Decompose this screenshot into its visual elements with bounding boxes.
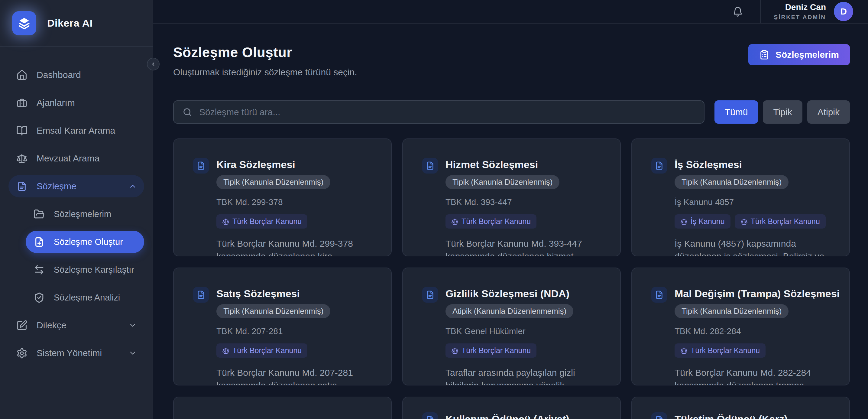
filter-button-tipik[interactable]: Tipik (763, 100, 802, 124)
sidebar-subitem-s-zle-me-olu-tur[interactable]: Sözleşme Oluştur (26, 231, 144, 253)
nav-label: Sözleşmelerim (54, 209, 137, 219)
sidebar-subitem-s-zle-melerim[interactable]: Sözleşmelerim (26, 203, 144, 225)
law-reference: İş Kanunu 4857 (675, 198, 834, 207)
contract-card-hizmet-s-zle-mesi[interactable]: Hizmet SözleşmesiTipik (Kanunla Düzenlen… (402, 139, 621, 257)
clipboard-icon (759, 50, 770, 60)
my-contracts-button[interactable]: Sözleşmelerim (748, 44, 850, 65)
nav-label: Ajanlarım (37, 98, 137, 108)
contract-card-kira-s-zle-mesi[interactable]: Kira SözleşmesiTipik (Kanunla Düzenlenmi… (173, 139, 392, 257)
user-role: ŞİRKET ADMİN (774, 14, 826, 21)
scales-icon (740, 218, 748, 225)
law-tags: İş KanunuTürk Borçlar Kanunu (675, 214, 834, 229)
law-tags: Türk Borçlar Kanunu (216, 343, 375, 358)
book-open-icon (16, 125, 28, 136)
sidebar-subitem-s-zle-me-analizi[interactable]: Sözleşme Analizi (26, 286, 144, 309)
page-title: Sözleşme Oluştur (173, 44, 357, 60)
sidebar-item-sistem-y-netimi[interactable]: Sistem Yönetimi (8, 342, 144, 364)
user-name: Deniz Can (774, 2, 826, 12)
sidebar-collapse-button[interactable] (147, 58, 160, 70)
document-icon (193, 287, 209, 303)
search-filter-row: TümüTipikAtipik (173, 100, 850, 124)
topbar: Deniz Can ŞİRKET ADMİN D (153, 0, 868, 24)
file-text-icon (654, 415, 664, 419)
type-badge: Tipik (Kanunla Düzenlenmiş) (675, 175, 788, 189)
card-title: Kira Sözleşmesi (216, 158, 375, 171)
law-tags: Türk Borçlar Kanunu (445, 343, 604, 358)
shield-check-icon (34, 292, 45, 303)
avatar[interactable]: D (834, 2, 853, 21)
contract-card-kullan-m-d-nc-ariyet[interactable]: Kullanım Ödüncü (Ariyet) (402, 397, 621, 419)
law-tag: Türk Borçlar Kanunu (216, 343, 307, 358)
type-badge: Tipik (Kanunla Düzenlenmiş) (216, 175, 330, 189)
notifications-bell-icon[interactable] (732, 6, 743, 17)
scales-icon (680, 218, 688, 225)
contract-card-mal-de-i-im-trampa-s-zle-mesi[interactable]: Mal Değişim (Trampa) SözleşmesiTipik (Ka… (631, 268, 850, 385)
scales-icon (16, 153, 28, 164)
brand[interactable]: Dikera AI (0, 0, 153, 47)
card-description: Türk Borçlar Kanunu Md. 299-378 kapsamın… (216, 237, 375, 257)
sidebar-item-dashboard[interactable]: Dashboard (8, 64, 144, 86)
file-text-icon (425, 161, 435, 171)
page-subtitle: Oluşturmak istediğiniz sözleşme türünü s… (173, 67, 357, 78)
nav-label: Sözleşme (37, 181, 128, 191)
brand-name: Dikera AI (47, 17, 93, 29)
sidebar-subitem-s-zle-me-kar-la-t-r[interactable]: Sözleşme Karşılaştır (26, 259, 144, 281)
user-menu[interactable]: Deniz Can ŞİRKET ADMİN D (761, 2, 853, 21)
card-title: Mal Değişim (Trampa) Sözleşmesi (675, 287, 834, 300)
gear-icon (16, 348, 28, 359)
filter-button-atipik[interactable]: Atipik (807, 100, 850, 124)
contract-card-gizlilik-s-zle-mesi-nda[interactable]: Gizlilik Sözleşmesi (NDA)Atipik (Kanunla… (402, 268, 621, 385)
card-description: İş Kanunu (4857) kapsamında düzenlenen i… (675, 237, 834, 257)
layers-logo-icon (12, 11, 36, 35)
document-icon (651, 287, 667, 303)
contract-card[interactable] (173, 397, 392, 419)
search-icon (182, 107, 192, 117)
chevron-down-icon (128, 321, 137, 330)
contract-card-t-ketim-d-nc-karz[interactable]: Tüketim Ödüncü (Karz) (631, 397, 850, 419)
filter-group: TümüTipikAtipik (714, 100, 850, 124)
file-text-icon (425, 415, 435, 419)
sidebar-item-s-zle-me[interactable]: Sözleşme (8, 175, 144, 198)
my-contracts-button-label: Sözleşmelerim (776, 50, 839, 60)
card-description: Türk Borçlar Kanunu Md. 393-447 kapsamın… (445, 237, 604, 257)
page-content: Sözleşme Oluştur Oluşturmak istediğiniz … (153, 24, 868, 419)
contract-card-i-s-zle-mesi[interactable]: İş SözleşmesiTipik (Kanunla Düzenlenmiş)… (631, 139, 850, 257)
nav-label: Emsal Karar Arama (37, 125, 137, 136)
type-badge: Tipik (Kanunla Düzenlenmiş) (445, 175, 559, 189)
sidebar-item-ajanlar-m[interactable]: Ajanlarım (8, 92, 144, 114)
sidebar-item-mevzuat-arama[interactable]: Mevzuat Arama (8, 147, 144, 170)
card-description: Türk Borçlar Kanunu Md. 207-281 kapsamın… (216, 366, 375, 385)
contract-card-sat-s-zle-mesi[interactable]: Satış SözleşmesiTipik (Kanunla Düzenlenm… (173, 268, 392, 385)
app-window: Dikera AI DashboardAjanlarımEmsal Karar … (0, 0, 868, 419)
search-input[interactable] (199, 107, 695, 117)
law-tag: İş Kanunu (675, 214, 731, 229)
file-text-icon (196, 290, 206, 300)
type-badge: Tipik (Kanunla Düzenlenmiş) (216, 304, 330, 318)
type-badge: Tipik (Kanunla Düzenlenmiş) (675, 304, 788, 318)
law-reference: TBK Md. 282-284 (675, 327, 834, 336)
nav-label: Sözleşme Oluştur (54, 237, 137, 247)
nav-label: Sistem Yönetimi (37, 348, 128, 358)
chevron-up-icon (128, 182, 137, 190)
card-title: İş Sözleşmesi (675, 158, 834, 171)
sidebar-item-dilek-e[interactable]: Dilekçe (8, 314, 144, 336)
file-text-icon (654, 161, 664, 171)
document-icon (422, 412, 438, 419)
scales-icon (680, 347, 688, 354)
sidebar-item-emsal-karar-arama[interactable]: Emsal Karar Arama (8, 119, 144, 142)
home-icon (16, 69, 28, 81)
briefcase-icon (16, 97, 28, 109)
law-tags: Türk Borçlar Kanunu (445, 214, 604, 229)
search-box[interactable] (173, 100, 705, 124)
scales-icon (222, 218, 229, 225)
filter-button-t-m[interactable]: Tümü (714, 100, 758, 124)
law-tag: Türk Borçlar Kanunu (445, 343, 536, 358)
law-tag: Türk Borçlar Kanunu (675, 343, 766, 358)
nav-label: Sözleşme Analizi (54, 293, 137, 303)
edit-icon (16, 320, 28, 331)
card-title: Hizmet Sözleşmesi (445, 158, 604, 171)
folder-icon (34, 209, 45, 220)
law-reference: TBK Md. 207-281 (216, 327, 375, 336)
document-icon (193, 158, 209, 174)
file-text-icon (425, 290, 435, 300)
